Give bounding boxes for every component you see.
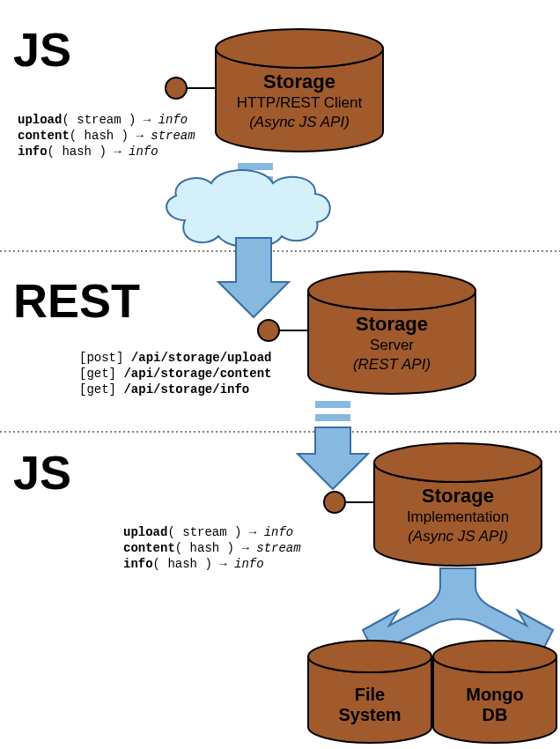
- architecture-diagram: JS Storage HTTP/REST Client (Async JS AP…: [0, 0, 560, 749]
- impl-connector-dot: [324, 492, 345, 513]
- impl-api: (Async JS API): [408, 528, 508, 545]
- fs-line2: System: [338, 705, 401, 724]
- jsapi-bottom-row-0: upload( stream ) → info: [123, 525, 293, 539]
- client-api: (Async JS API): [249, 114, 350, 130]
- client-title: Storage: [263, 70, 335, 93]
- server-title: Storage: [356, 313, 428, 335]
- jsapi-top-row-1: content( hash ) → stream: [18, 129, 195, 143]
- cylinder-client: Storage HTTP/REST Client (Async JS API): [216, 29, 383, 152]
- restapi-block: [post] /api/storage/upload [get] /api/st…: [79, 351, 271, 397]
- svg-rect-4: [315, 401, 350, 408]
- mongo-line2: DB: [483, 705, 508, 724]
- restapi-row-1: [get] /api/storage/content: [79, 367, 271, 381]
- jsapi-bottom-row-1: content( hash ) → stream: [123, 541, 301, 555]
- restapi-row-0: [post] /api/storage/upload: [79, 351, 271, 365]
- client-sub: HTTP/REST Client: [237, 94, 363, 111]
- cloud-icon: [166, 170, 330, 248]
- fs-line1: File: [355, 685, 385, 704]
- jsapi-top-row-0: upload( stream ) → info: [18, 113, 188, 127]
- svg-point-8: [433, 641, 556, 672]
- server-connector-dot: [258, 320, 279, 341]
- server-api: (REST API): [353, 356, 431, 373]
- arrow-cloud-to-server: [218, 238, 289, 317]
- svg-point-7: [308, 641, 431, 672]
- mongo-line1: Mongo: [466, 685, 524, 704]
- cylinder-impl: Storage Implementation (Async JS API): [374, 443, 542, 566]
- cylinder-mongodb: Mongo DB: [433, 641, 556, 743]
- section-label-rest: REST: [13, 274, 140, 327]
- impl-sub: Implementation: [407, 508, 509, 525]
- section-label-js-top: JS: [13, 23, 71, 76]
- svg-rect-5: [315, 414, 350, 421]
- bars-server-to-impl: [315, 401, 350, 421]
- impl-title: Storage: [422, 485, 494, 507]
- svg-rect-1: [238, 163, 273, 170]
- cylinder-server: Storage Server (REST API): [308, 271, 475, 394]
- client-connector-dot: [166, 78, 187, 99]
- arrow-server-to-impl: [298, 427, 368, 489]
- jsapi-bottom-row-2b: info( hash ) → info: [123, 557, 264, 571]
- section-label-js-bottom: JS: [13, 446, 71, 499]
- server-sub: Server: [370, 337, 414, 353]
- svg-point-3: [308, 271, 475, 310]
- jsapi-top: upload( stream ) → info content( hash ) …: [18, 113, 195, 159]
- svg-point-6: [374, 443, 542, 482]
- svg-point-0: [216, 29, 383, 68]
- restapi-row-2: [get] /api/storage/info: [79, 382, 249, 397]
- cylinder-filesystem: File System: [308, 641, 431, 743]
- jsapi-top-row-2: info( hash ) → info: [18, 145, 158, 159]
